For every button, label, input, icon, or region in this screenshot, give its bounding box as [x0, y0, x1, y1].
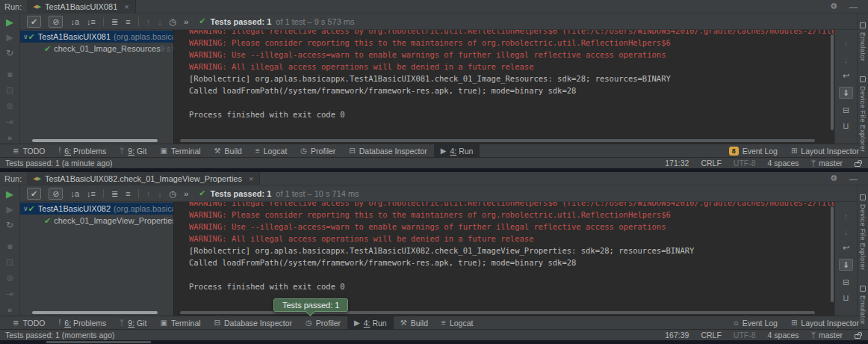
previous-occurrence-icon[interactable]: ↑: [146, 17, 151, 26]
clear-all-trash-icon[interactable]: ⊔: [843, 121, 849, 130]
chevron-down-icon[interactable]: ∨: [23, 33, 28, 40]
run-tab[interactable]: ◀▶ TestA1BasicUIX081 ×: [27, 0, 135, 13]
toolwindow-git[interactable]: ᛘ9: Git: [113, 144, 153, 157]
toolwindow-run[interactable]: ▶4: Run: [347, 316, 394, 329]
chevron-down-icon[interactable]: ∨: [23, 205, 28, 212]
line-ending[interactable]: CRLF: [701, 159, 721, 168]
stop-icon[interactable]: ■: [7, 242, 12, 252]
toolwindow-logcat[interactable]: ≡Logcat: [435, 316, 480, 329]
toolwindow-database-inspector[interactable]: ⊟Database Inspector: [208, 316, 299, 329]
layout-inspector-button[interactable]: ⊞ Layout Inspector: [791, 319, 859, 328]
toolwindow-terminal[interactable]: ▣Terminal: [153, 316, 207, 329]
rerun-failed-tests-icon[interactable]: ▶: [6, 205, 13, 215]
previous-occurrence-icon[interactable]: ↑: [146, 189, 151, 198]
rerun-failed-tests-icon[interactable]: ▶: [6, 33, 13, 43]
toolwindow-run[interactable]: ▶4: Run: [434, 144, 480, 157]
unlock-icon[interactable]: [855, 162, 861, 167]
show-ignored-icon[interactable]: ⊘: [49, 16, 63, 28]
hide-toolbar-icon[interactable]: »: [7, 305, 12, 314]
minimize-icon[interactable]: —: [849, 2, 858, 11]
toolwindow-build[interactable]: ⚒Build: [394, 316, 435, 329]
toolwindow-profiler[interactable]: ◷Profiler: [294, 144, 342, 157]
sort-by-duration-icon[interactable]: ↓≡: [87, 17, 96, 26]
test-history-icon[interactable]: ◷: [170, 189, 177, 198]
expand-all-icon[interactable]: ≣: [111, 189, 118, 198]
soft-wrap-icon[interactable]: ↩: [843, 71, 849, 80]
toolbar-overflow-icon[interactable]: »: [184, 17, 188, 26]
event-log-button[interactable]: ○ Event Log: [734, 319, 778, 328]
console-vertical-scrollbar[interactable]: [831, 34, 834, 130]
toolwindow-git[interactable]: ᛘ9: Git: [113, 316, 153, 329]
test-settings-icon[interactable]: ⊛: [6, 274, 13, 283]
tree-row-root[interactable]: ∨ ✔ TestA1BasicUIX082 (org.aplas.basica …: [20, 203, 173, 215]
sort-alphabetically-icon[interactable]: ↓a: [70, 17, 79, 26]
sort-alphabetically-icon[interactable]: ↓a: [70, 189, 79, 198]
toolwindow-database-inspector[interactable]: ⊟Database Inspector: [342, 144, 433, 157]
console-vertical-scrollbar[interactable]: [831, 206, 834, 302]
tool-window-button-emulator[interactable]: Emulator: [859, 22, 867, 61]
toolwindow-todo[interactable]: ≣TODO: [6, 144, 52, 157]
toolwindow-problems[interactable]: !6: Problems: [52, 144, 114, 157]
print-icon[interactable]: ⊟: [843, 105, 849, 114]
toolwindow-profiler[interactable]: ◷Profiler: [299, 316, 347, 329]
minimize-icon[interactable]: —: [849, 174, 858, 183]
collapse-all-icon[interactable]: ≡: [125, 17, 130, 26]
toolwindow-build[interactable]: ⚒Build: [208, 144, 249, 157]
rerun-icon[interactable]: ▶: [6, 189, 13, 199]
toolwindow-logcat[interactable]: ≡Logcat: [249, 144, 294, 157]
stop-icon[interactable]: ■: [7, 70, 12, 80]
tree-horizontal-scrollbar[interactable]: [32, 311, 158, 314]
layout-inspector-button[interactable]: ⊞ Layout Inspector: [791, 147, 859, 156]
file-encoding[interactable]: UTF-8: [734, 159, 756, 168]
scroll-up-icon[interactable]: ↑: [844, 40, 849, 49]
file-encoding[interactable]: UTF-8: [734, 331, 756, 340]
scroll-to-end-icon[interactable]: ⇓: [839, 87, 853, 99]
gear-icon[interactable]: ⚙: [830, 173, 837, 183]
next-occurrence-icon[interactable]: ↓: [158, 17, 162, 26]
run-tab[interactable]: ◀▶ TestA1BasicUIX082.check_01_ImageView_…: [27, 172, 260, 185]
git-branch-widget[interactable]: ᛘmaster: [811, 331, 843, 340]
test-history-icon[interactable]: ◷: [170, 17, 177, 26]
toolwindow-problems[interactable]: !6: Problems: [52, 316, 114, 329]
tree-row-root[interactable]: ∨ ✔ TestA1BasicUIX081 (org.aplas.basica …: [20, 31, 173, 43]
auto-test-refresh-icon[interactable]: ↻: [6, 221, 13, 230]
import-test-results-icon[interactable]: ⇥: [6, 289, 13, 299]
caret-position[interactable]: 171:32: [665, 159, 689, 168]
toolwindow-todo[interactable]: ≣TODO: [6, 316, 52, 329]
scroll-up-icon[interactable]: ↑: [844, 212, 849, 221]
toolbar-overflow-icon[interactable]: »: [184, 189, 188, 198]
caret-position[interactable]: 167:39: [665, 331, 689, 340]
indent-setting[interactable]: 4 spaces: [768, 331, 799, 340]
expand-all-icon[interactable]: ≣: [111, 17, 118, 26]
screenshot-camera-icon[interactable]: ⊡: [6, 258, 13, 268]
indent-setting[interactable]: 4 spaces: [768, 159, 799, 168]
import-test-results-icon[interactable]: ⇥: [6, 117, 13, 127]
rerun-icon[interactable]: ▶: [6, 17, 13, 27]
tree-row-test-case[interactable]: ✔ check_01_ImageView_Properties 10 s 714…: [20, 215, 173, 227]
sort-by-duration-icon[interactable]: ↓≡: [87, 189, 96, 198]
toolwindow-terminal[interactable]: ▣Terminal: [153, 144, 207, 157]
scroll-down-icon[interactable]: ↓: [844, 55, 849, 64]
next-occurrence-icon[interactable]: ↓: [158, 189, 162, 198]
scroll-to-end-icon[interactable]: ⇓: [839, 259, 853, 271]
unlock-icon[interactable]: [855, 334, 861, 339]
soft-wrap-icon[interactable]: ↩: [843, 243, 849, 252]
console-horizontal-scrollbar[interactable]: [180, 139, 815, 142]
screenshot-camera-icon[interactable]: ⊡: [6, 86, 13, 96]
collapse-all-icon[interactable]: ≡: [125, 189, 130, 198]
tree-row-test-case[interactable]: ✔ check_01_Image_Resources 9 s 573 ms: [20, 43, 173, 55]
auto-test-refresh-icon[interactable]: ↻: [6, 49, 13, 58]
hide-toolbar-icon[interactable]: »: [7, 133, 12, 142]
line-ending[interactable]: CRLF: [701, 331, 721, 340]
close-icon[interactable]: ×: [124, 2, 128, 11]
git-branch-widget[interactable]: ᛘmaster: [811, 159, 843, 168]
close-icon[interactable]: ×: [249, 174, 253, 183]
tool-window-button-emulator[interactable]: Emulator: [859, 286, 867, 325]
show-passed-icon[interactable]: ✔: [27, 188, 41, 200]
print-icon[interactable]: ⊟: [843, 277, 849, 286]
clear-all-trash-icon[interactable]: ⊔: [843, 293, 849, 302]
test-settings-icon[interactable]: ⊛: [6, 102, 13, 111]
gear-icon[interactable]: ⚙: [830, 1, 837, 11]
tool-window-button-device-file-explorer[interactable]: Device File Explorer: [859, 76, 867, 153]
tool-window-button-device-file-explorer[interactable]: Device File Explorer: [859, 194, 867, 271]
